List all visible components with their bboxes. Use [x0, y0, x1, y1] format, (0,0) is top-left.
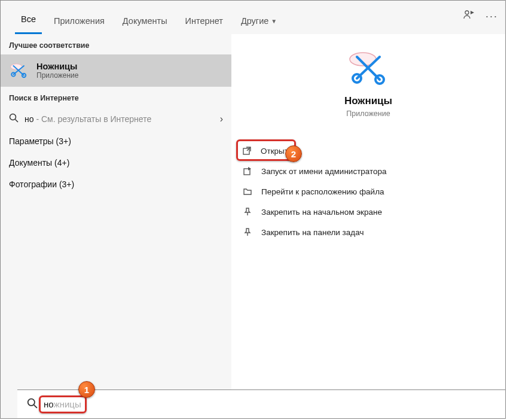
action-run-admin-label: Запуск от имени администратора [261, 167, 387, 176]
preview-title: Ножницы [231, 95, 505, 107]
chevron-right-icon: › [220, 114, 223, 124]
scissors-icon [9, 60, 29, 81]
preview-actions: Открыть Запуск от имени администратора П… [231, 141, 505, 242]
action-pin-start[interactable]: Закрепить на начальном экране [237, 202, 499, 222]
tab-web[interactable]: Интернет [179, 16, 229, 34]
web-result-text: но - См. результаты в Интернете [25, 114, 151, 124]
best-match-item[interactable]: Ножницы Приложение [1, 54, 231, 87]
search-icon [9, 113, 19, 124]
header: Все Приложения Документы Интернет Другие… [1, 1, 505, 34]
chevron-down-icon: ▼ [271, 18, 277, 25]
web-result-item[interactable]: но - См. результаты в Интернете › [1, 107, 231, 130]
search-icon [27, 398, 38, 411]
search-typed: но [44, 399, 54, 409]
annotation-badge-1: 1 [78, 381, 95, 398]
action-pin-taskbar[interactable]: Закрепить на панели задач [237, 222, 499, 242]
folder-icon [242, 186, 253, 197]
annotation-badge-2: 2 [285, 145, 302, 162]
svg-point-4 [10, 114, 16, 120]
group-docs[interactable]: Документы (4+) [1, 152, 231, 174]
group-photos[interactable]: Фотографии (3+) [1, 174, 231, 195]
results-pane: Лучшее соответствие Ножницы Приложение [1, 34, 231, 418]
action-pin-start-label: Закрепить на начальном экране [261, 208, 382, 217]
tab-docs[interactable]: Документы [117, 16, 173, 34]
preview-header: Ножницы Приложение [231, 34, 505, 118]
best-match-text: Ножницы Приложение [36, 62, 78, 80]
action-pin-taskbar-label: Закрепить на панели задач [261, 228, 364, 237]
best-match-title: Ножницы [36, 62, 78, 71]
action-run-admin[interactable]: Запуск от имени администратора [237, 161, 499, 181]
search-window: Все Приложения Документы Интернет Другие… [0, 0, 506, 419]
best-match-subtitle: Приложение [36, 71, 78, 80]
best-match-label: Лучшее соответствие [1, 34, 231, 54]
feedback-icon[interactable] [463, 9, 475, 23]
web-result-suffix: - См. результаты в Интернете [34, 114, 152, 124]
tab-apps[interactable]: Приложения [48, 16, 111, 34]
web-search-label: Поиск в Интернете [1, 87, 231, 107]
open-icon [242, 145, 252, 156]
scissors-icon-large [347, 50, 389, 87]
search-input[interactable]: ножницы [44, 399, 81, 409]
admin-icon [242, 166, 253, 176]
svg-point-0 [465, 11, 469, 14]
preview-subtitle: Приложение [231, 109, 505, 118]
group-params[interactable]: Параметры (3+) [1, 130, 231, 152]
tab-all[interactable]: Все [15, 14, 42, 34]
action-open-location-label: Перейти к расположению файла [261, 187, 384, 196]
action-open-location[interactable]: Перейти к расположению файла [237, 181, 499, 202]
filter-tabs: Все Приложения Документы Интернет Другие… [15, 1, 283, 34]
preview-pane: Ножницы Приложение Открыть Запуск от име… [231, 34, 505, 418]
header-right: ··· [463, 9, 498, 23]
web-result-prefix: но [25, 114, 34, 124]
svg-point-10 [28, 398, 35, 405]
tab-more[interactable]: Другие ▼ [235, 16, 283, 34]
pin-start-icon [242, 206, 253, 217]
pin-taskbar-icon [242, 227, 253, 238]
tab-more-label: Другие [241, 16, 268, 26]
body: Лучшее соответствие Ножницы Приложение [1, 34, 505, 418]
search-ghost: жницы [54, 399, 81, 409]
more-options-icon[interactable]: ··· [485, 10, 498, 23]
